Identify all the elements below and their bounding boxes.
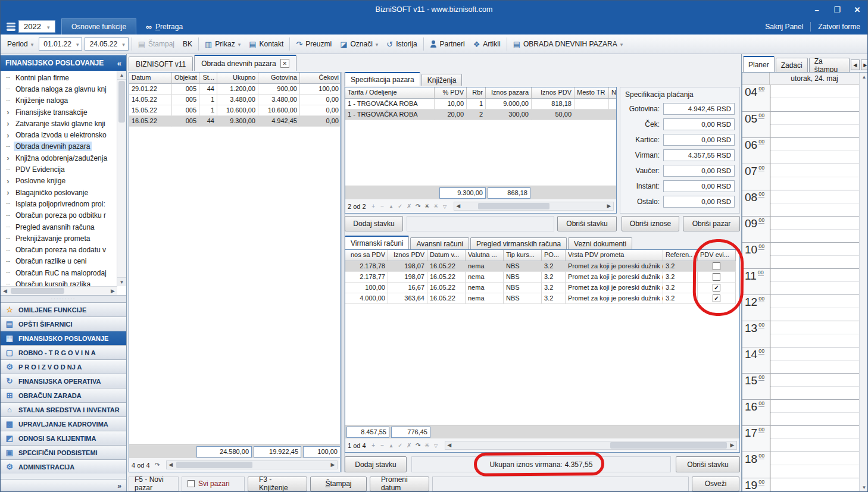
scrollbar-thumb[interactable] xyxy=(11,288,64,294)
tab-knjizenja[interactable]: Knjiženja xyxy=(421,74,463,86)
column-header[interactable]: PO... xyxy=(542,250,566,261)
osvezi-button[interactable]: Osveži xyxy=(692,477,739,491)
planner-hour-row[interactable]: 1400 xyxy=(742,347,859,373)
half-hour-slot[interactable] xyxy=(770,321,859,334)
scroll-up-icon[interactable]: ▲ xyxy=(117,71,126,80)
promeni-datum-button[interactable]: Promeni datum xyxy=(370,477,429,491)
tree-item[interactable]: ┄Obračun poreza na dodatu v xyxy=(1,244,116,255)
half-hour-slot[interactable] xyxy=(770,85,859,98)
tab-obrada-dnevnih-pazara[interactable]: Obrada dnevnih pazara xyxy=(194,55,296,71)
scrollbar-thumb[interactable] xyxy=(610,442,727,449)
sidebar-item-obra-un-zarada[interactable]: ⊞OBRAČUN ZARADA xyxy=(1,388,126,402)
expand-icon[interactable]: › xyxy=(5,131,11,140)
column-header[interactable]: Tip kurs... xyxy=(504,250,542,261)
edit-record-icon[interactable] xyxy=(388,203,395,209)
column-header[interactable]: Ukupno xyxy=(217,73,258,84)
scroll-up-icon[interactable]: ▲ xyxy=(860,73,868,82)
tree-item[interactable]: ›Obrada izvoda u elektronsko xyxy=(1,129,116,140)
table-row[interactable]: 14.05.2200513.480,003.480,000,00 xyxy=(129,95,340,105)
scroll-right-icon[interactable]: ▶ xyxy=(108,288,117,294)
tree-item[interactable]: ›Blagajničko poslovanje xyxy=(1,187,116,198)
hour-slot[interactable] xyxy=(770,400,859,425)
istorija-button[interactable]: ↺Istorija xyxy=(382,37,421,51)
half-hour-slot[interactable] xyxy=(770,112,859,125)
close-button[interactable] xyxy=(852,5,863,14)
pdv-evidencija-checkbox[interactable]: ✓ xyxy=(713,284,720,292)
checkbox-icon[interactable] xyxy=(188,480,195,487)
goto-bookmark-icon[interactable] xyxy=(432,203,440,209)
horizontal-scrollbar[interactable]: ◀ ▶ xyxy=(454,202,614,211)
planner-hour-row[interactable]: 1200 xyxy=(742,294,859,321)
tree-item[interactable]: ┄Obračun kursnih razlika xyxy=(1,278,116,286)
tab-biznisoft[interactable]: BIZNISOFT v11 xyxy=(129,57,193,71)
column-header[interactable]: Tarifa / Odeljenje xyxy=(345,87,435,99)
tab-avansni-racuni[interactable]: Avansni računi xyxy=(410,237,469,249)
planner-hour-row[interactable]: 0900 xyxy=(742,216,859,242)
table-row[interactable]: 15.05.22005110.600,0010.600,000,00 xyxy=(129,105,340,116)
hour-slot[interactable] xyxy=(770,217,859,242)
tree-vertical-scrollbar[interactable]: ▲ ▼ xyxy=(117,71,126,286)
collapse-panel-icon[interactable] xyxy=(117,59,121,68)
horizontal-scrollbar[interactable]: ◀ ▶ xyxy=(445,441,737,450)
column-header[interactable]: Rbr xyxy=(467,87,486,99)
scroll-right-icon[interactable]: ▶ xyxy=(605,202,613,210)
payment-value-field[interactable]: 0,00 RSD xyxy=(663,134,735,146)
delete-record-icon[interactable] xyxy=(379,442,386,449)
tab-pregled-virmanskih-racuna[interactable]: Pregled virmanskih računa xyxy=(470,237,567,249)
expand-icon[interactable]: › xyxy=(5,153,11,162)
payment-value-field[interactable]: 0,00 RSD xyxy=(663,165,735,177)
hide-panel-link[interactable]: Sakrij Panel xyxy=(758,23,810,31)
planner-hour-row[interactable]: 0800 xyxy=(742,190,859,216)
payment-value-field[interactable]: 4.357,55 RSD xyxy=(663,149,735,161)
novi-pazar-status[interactable]: F5 - Novi pazar xyxy=(129,477,179,491)
ribbon-tab-osnovne-funkcije[interactable]: Osnovne funkcije xyxy=(61,18,136,35)
tree-item[interactable]: ›Finansijske transakcije xyxy=(1,106,116,118)
expand-icon[interactable]: › xyxy=(5,188,11,197)
pdv-evidencija-checkbox[interactable]: ✓ xyxy=(713,294,720,302)
minimize-button[interactable] xyxy=(811,5,822,14)
date-from-field[interactable]: 01.01.22 xyxy=(39,37,82,51)
planner-hour-row[interactable]: 0500 xyxy=(742,111,859,137)
tree-item[interactable]: ┄Isplata poljoprivrednom proi: xyxy=(1,198,116,209)
edit-record-icon[interactable] xyxy=(388,442,395,449)
sidebar-item-p-r-o-i-z-v-o-d-nj-a[interactable]: ⚙P R O I Z V O D NJ A xyxy=(1,359,126,374)
tree-item[interactable]: ┄Kontni plan firme xyxy=(1,72,116,83)
refresh-icon[interactable] xyxy=(414,203,422,209)
tab-vezni-dokumenti[interactable]: Vezni dokumenti xyxy=(568,237,632,249)
half-hour-slot[interactable] xyxy=(770,217,859,230)
planner-hour-row[interactable]: 1000 xyxy=(742,242,859,268)
table-row[interactable]: 1 - TRGOVAČKA ROBA20,002300,0050,00 xyxy=(345,109,616,120)
hour-slot[interactable] xyxy=(770,269,859,294)
sidebar-item-robno-t-r-g-o-v-i-n-a[interactable]: ▢ROBNO - T R G O V I N A xyxy=(1,345,126,359)
sidebar-item-upravljanje-kadrovima[interactable]: ▩UPRAVLJANJE KADROVIMA xyxy=(1,416,126,431)
scroll-left-icon[interactable]: ◀ xyxy=(167,461,175,469)
scrollbar-thumb[interactable] xyxy=(176,462,253,468)
filter-icon[interactable] xyxy=(432,442,440,449)
stampaj-button[interactable]: Štampaj xyxy=(310,477,367,491)
tree-item[interactable]: ┄Obrada dnevnih pazara xyxy=(1,141,116,152)
tree-item[interactable]: ›Knjižna odobrenja/zaduženja xyxy=(1,152,116,164)
expand-icon[interactable]: › xyxy=(5,177,11,186)
tree-item[interactable]: ›Poslovne knjige xyxy=(1,176,116,187)
tabs-scroll-left-icon[interactable]: ◀ xyxy=(851,59,860,70)
post-edit-icon[interactable] xyxy=(396,442,404,449)
payment-value-field[interactable]: 0,00 RSD xyxy=(663,118,735,130)
tree-item[interactable]: ┄Pregled avansnih računa xyxy=(1,221,116,233)
period-dropdown[interactable]: Period xyxy=(3,37,38,51)
obrisi-iznose-button[interactable]: Obriši iznose xyxy=(622,216,679,231)
overflow-chevron-icon[interactable] xyxy=(117,482,121,490)
scroll-left-icon[interactable]: ◀ xyxy=(445,441,454,449)
scroll-right-icon[interactable]: ▶ xyxy=(728,441,736,449)
planner-hour-row[interactable]: 1800 xyxy=(742,452,859,478)
hour-slot[interactable] xyxy=(770,243,859,268)
knjizenje-button[interactable]: F3 - Knjiženje xyxy=(248,477,307,491)
column-header[interactable]: nos sa PDV xyxy=(345,250,388,261)
tab-za-stampu[interactable]: Za štampu xyxy=(809,58,850,72)
column-header[interactable]: Iznos pazara xyxy=(486,87,532,99)
half-hour-slot[interactable] xyxy=(770,138,859,151)
column-header[interactable]: N xyxy=(609,87,616,99)
planner-hour-row[interactable]: 1900 xyxy=(742,478,859,492)
goto-bookmark-icon[interactable] xyxy=(423,442,431,449)
tab-specifikacija-pazara[interactable]: Specifikacija pazara xyxy=(345,72,420,86)
post-edit-icon[interactable] xyxy=(396,203,404,209)
